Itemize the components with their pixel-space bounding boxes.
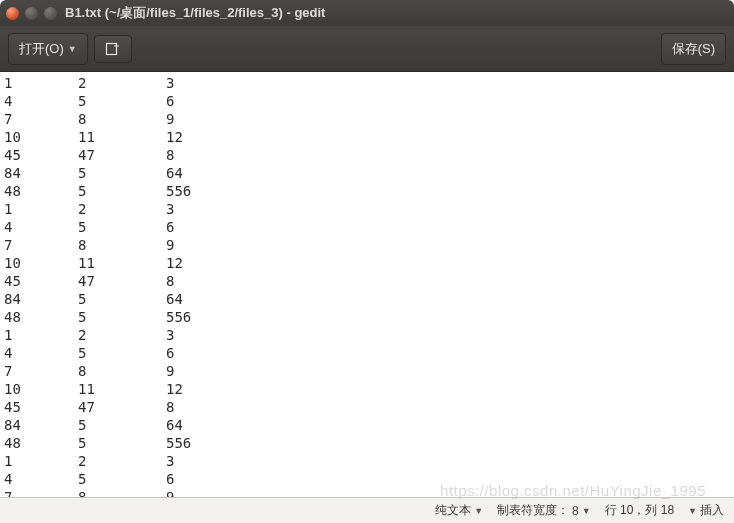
tab-width-selector[interactable]: 制表符宽度： 8 ▼ xyxy=(497,502,591,519)
syntax-mode-label: 纯文本 xyxy=(435,502,471,519)
text-line: 456 xyxy=(4,344,730,362)
new-tab-button[interactable] xyxy=(94,35,132,63)
text-line: 45478 xyxy=(4,146,730,164)
cursor-position: 行 10，列 18 xyxy=(605,502,674,519)
text-line: 789 xyxy=(4,236,730,254)
text-line: 789 xyxy=(4,110,730,128)
window-control-buttons xyxy=(6,7,57,20)
text-line: 101112 xyxy=(4,128,730,146)
chevron-down-icon: ▼ xyxy=(474,506,483,516)
text-line: 123 xyxy=(4,452,730,470)
gedit-window: B1.txt (~/桌面/files_1/files_2/files_3) - … xyxy=(0,0,734,523)
text-line: 84564 xyxy=(4,164,730,182)
syntax-mode-selector[interactable]: 纯文本 ▼ xyxy=(435,502,483,519)
text-line: 84564 xyxy=(4,290,730,308)
minimize-icon[interactable] xyxy=(25,7,38,20)
tab-width-label: 制表符宽度： xyxy=(497,502,569,519)
text-line: 456 xyxy=(4,470,730,488)
insert-mode-label: 插入 xyxy=(700,502,724,519)
toolbar: 打开(O) ▼ 保存(S) xyxy=(0,26,734,72)
text-line: 485556 xyxy=(4,434,730,452)
tab-width-value: 8 xyxy=(572,504,579,518)
text-line: 45478 xyxy=(4,398,730,416)
text-line: 456 xyxy=(4,92,730,110)
open-button-label: 打开(O) xyxy=(19,40,64,58)
text-editor-area[interactable]: 1234567891011124547884564485556123456789… xyxy=(0,72,734,497)
text-line: 485556 xyxy=(4,308,730,326)
chevron-down-icon: ▼ xyxy=(68,44,77,54)
text-line: 789 xyxy=(4,362,730,380)
maximize-icon[interactable] xyxy=(44,7,57,20)
text-line: 123 xyxy=(4,200,730,218)
window-title: B1.txt (~/桌面/files_1/files_2/files_3) - … xyxy=(65,4,325,22)
save-button[interactable]: 保存(S) xyxy=(661,33,726,65)
save-button-label: 保存(S) xyxy=(672,40,715,58)
text-line: 101112 xyxy=(4,254,730,272)
new-document-icon xyxy=(105,42,121,56)
text-line: 789 xyxy=(4,488,730,497)
text-line: 123 xyxy=(4,74,730,92)
close-icon[interactable] xyxy=(6,7,19,20)
titlebar[interactable]: B1.txt (~/桌面/files_1/files_2/files_3) - … xyxy=(0,0,734,26)
chevron-down-icon: ▼ xyxy=(582,506,591,516)
insert-mode-selector[interactable]: ▼ 插入 xyxy=(688,502,724,519)
text-line: 84564 xyxy=(4,416,730,434)
text-line: 485556 xyxy=(4,182,730,200)
text-line: 101112 xyxy=(4,380,730,398)
text-line: 45478 xyxy=(4,272,730,290)
chevron-down-icon: ▼ xyxy=(688,506,697,516)
svg-rect-0 xyxy=(106,43,116,54)
statusbar: 纯文本 ▼ 制表符宽度： 8 ▼ 行 10，列 18 ▼ 插入 xyxy=(0,497,734,523)
text-line: 123 xyxy=(4,326,730,344)
cursor-position-label: 行 10，列 18 xyxy=(605,502,674,519)
text-line: 456 xyxy=(4,218,730,236)
open-button[interactable]: 打开(O) ▼ xyxy=(8,33,88,65)
